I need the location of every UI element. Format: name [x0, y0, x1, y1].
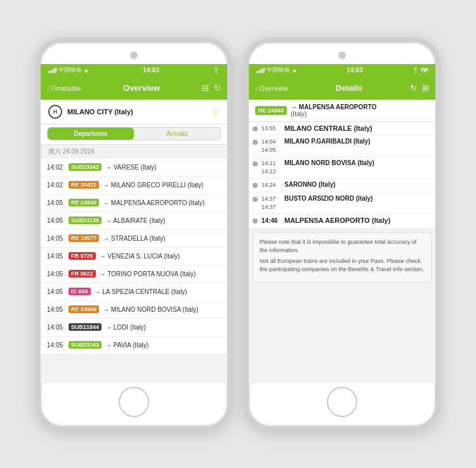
stops-list: 13:55 MILANO CENTRALE (Italy) 14:0414:05…: [249, 122, 435, 229]
filter-icon[interactable]: ⊟: [202, 83, 209, 93]
stop-name: SARONNO (Italy): [284, 181, 336, 188]
h-badge: H: [48, 105, 62, 119]
tabs-inner: Departures Arrivals: [47, 127, 221, 140]
train-row[interactable]: 14:05 SUB24135 → ALBAIRATE (Italy): [41, 212, 227, 230]
train-row[interactable]: 14:05 RE 24940 → MALPENSA AEROPORTO (Ita…: [41, 194, 227, 212]
location-text: MILANO CITY (Italy): [67, 108, 206, 116]
nav-bar-1: ‹ Timetable Overview ⊟ ↻: [41, 77, 227, 100]
chevron-left-icon-2: ‹: [255, 84, 258, 93]
nav-bar-2: ‹ Overview Details ↻ ⊞: [249, 77, 435, 100]
time-1: 14:03: [143, 67, 159, 74]
stop-time: 14:24: [261, 181, 281, 189]
nav-title-2: Details: [288, 83, 410, 93]
stop-time: 14:3714:37: [261, 195, 281, 211]
back-button-2[interactable]: ‹ Overview: [255, 84, 288, 93]
stop-row: 13:55 MILANO CENTRALE (Italy): [249, 122, 435, 136]
arrivals-tab[interactable]: Arrivals: [134, 128, 220, 140]
location-bar: H MILANO CITY (Italy) ☆: [41, 100, 227, 124]
stop-dot: [253, 183, 258, 188]
content-1: H MILANO CITY (Italy) ☆ Departures Arriv…: [41, 100, 227, 383]
status-bar-2: 中国移动 ▲ 14:03 🔋 🗺: [249, 64, 435, 77]
info-text-2: Not all European trains are included in …: [260, 257, 425, 273]
tabs-row: Departures Arrivals: [41, 124, 227, 145]
map-btn-header[interactable]: 🗺: [421, 67, 428, 74]
refresh-icon[interactable]: ↻: [214, 83, 221, 93]
status-bar-1: 中国移动 ▲ 14:03 🔋: [41, 64, 227, 77]
detail-badge: RE 24940: [255, 106, 287, 115]
stop-name: MILANO P.GARIBALDI (Italy): [284, 138, 370, 145]
train-row[interactable]: 14:02 RE 20422 → MILANO GRECO PIRELLI (I…: [41, 177, 227, 194]
stop-dot: [253, 218, 258, 224]
info-box: Please note that it is impossible to gua…: [253, 232, 432, 282]
nav-title-1: Overview: [81, 83, 202, 93]
phone-1: 中国移动 ▲ 14:03 🔋 ‹ Timetable Overview ⊟ ↻: [36, 37, 232, 431]
wifi-icon-2: ▲: [291, 67, 298, 74]
star-icon[interactable]: ☆: [211, 107, 220, 117]
stop-name: MALPENSA AEROPORTO (Italy): [284, 217, 390, 224]
train-row[interactable]: 14:05 FB 9725 → VENEZIA S. LUCIA (Italy): [41, 248, 227, 265]
chevron-left-icon-1: ‹: [47, 84, 50, 93]
departures-tab[interactable]: Departures: [48, 128, 134, 140]
stop-name: MILANO CENTRALE (Italy): [284, 124, 373, 132]
stop-dot: [253, 140, 258, 145]
detail-header: RE 24940 → MALPENSA AEROPORTO (Italy): [249, 100, 435, 122]
battery-icon-1: 🔋: [213, 67, 220, 74]
train-list: 14:02 SUB23042 → VARESE (Italy) 14:02 RE…: [41, 159, 227, 354]
train-row[interactable]: 14:05 SUB11844 → LODI (Italy): [41, 319, 227, 337]
stop-name: MILANO NORD BOVISA (Italy): [284, 159, 374, 166]
stop-row: 14:1114:12 MILANO NORD BOVISA (Italy): [249, 157, 435, 178]
train-row[interactable]: 14:05 SUB23143 → PAVIA (Italy): [41, 337, 227, 354]
nav-icons-2: ↻ ⊞: [410, 83, 429, 93]
stop-dot: [253, 126, 258, 131]
stop-time: 14:46: [261, 217, 281, 225]
stop-time: 14:0414:05: [261, 138, 281, 154]
signal-icon-2: [256, 67, 265, 73]
detail-destination: → MALPENSA AEROPORTO (Italy): [291, 104, 376, 117]
carrier-1: 中国移动: [58, 66, 81, 74]
stop-row: 14:24 SARONNO (Italy): [249, 178, 435, 192]
wifi-icon-1: ▲: [83, 67, 89, 74]
stop-time: 13:55: [261, 124, 281, 133]
train-row[interactable]: 14:05 FR 9622 → TORINO PORTA NUOVA (Ital…: [41, 265, 227, 283]
stop-name: BUSTO ARSIZIO NORD (Italy): [284, 195, 373, 202]
info-text-1: Please note that it is impossible to gua…: [260, 238, 425, 254]
date-header: 周六 24.09.2016: [41, 145, 227, 159]
content-2: RE 24940 → MALPENSA AEROPORTO (Italy): [249, 100, 435, 383]
phone-2: 中国移动 ▲ 14:03 🔋 🗺 ‹ Overview Details ↻: [244, 37, 440, 431]
signal-icon-1: [48, 67, 56, 73]
carrier-2: 中国移动: [267, 66, 289, 74]
stop-row: 14:0414:05 MILANO P.GARIBALDI (Italy): [249, 135, 435, 157]
battery-icon-2: 🔋: [412, 67, 419, 74]
map-icon[interactable]: ⊞: [422, 83, 429, 93]
stop-row: 14:46 MALPENSA AEROPORTO (Italy): [249, 214, 435, 229]
train-row[interactable]: 14:05 RE 10577 → STRADELLA (Italy): [41, 230, 227, 248]
time-2: 14:03: [347, 67, 363, 74]
nav-icons-1: ⊟ ↻: [202, 83, 221, 93]
stop-dot: [253, 161, 258, 166]
train-row[interactable]: 14:05 IC 669 → LA SPEZIA CENTRALE (Italy…: [41, 283, 227, 301]
train-row[interactable]: 14:05 RE 24940 → MILANO NORD BOVISA (Ita…: [41, 301, 227, 319]
back-button-1[interactable]: ‹ Timetable: [47, 84, 81, 93]
stop-time: 14:1114:12: [261, 159, 281, 175]
refresh-icon-2[interactable]: ↻: [410, 83, 417, 93]
stop-dot: [253, 197, 258, 202]
stop-row: 14:3714:37 BUSTO ARSIZIO NORD (Italy): [249, 192, 435, 214]
train-row[interactable]: 14:02 SUB23042 → VARESE (Italy): [41, 159, 227, 177]
